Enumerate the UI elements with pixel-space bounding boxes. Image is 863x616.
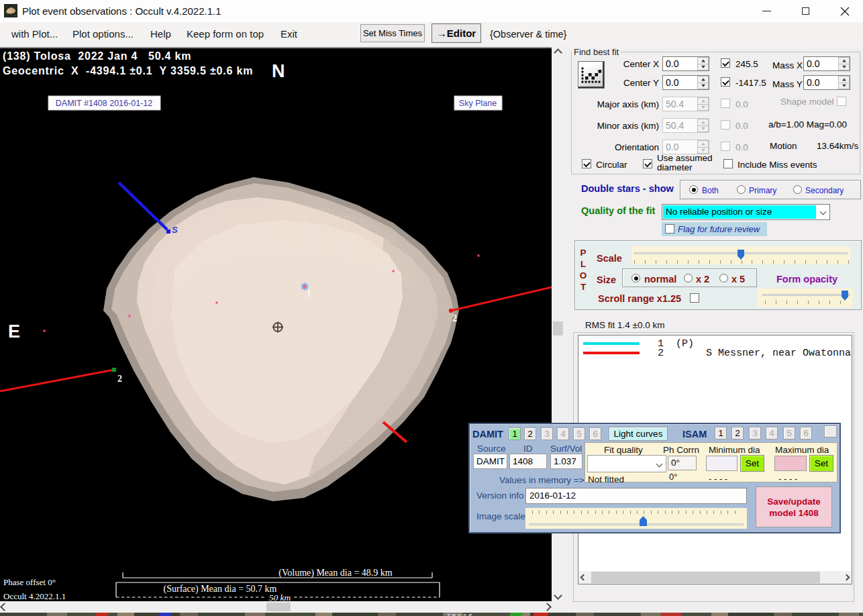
mass-y-down[interactable] [838,83,850,90]
damit-model-1-button[interactable]: 1 [509,427,521,440]
scroll-down-button[interactable] [552,590,564,601]
menu-exit[interactable]: Exit [281,28,297,40]
vscroll-thumb[interactable] [553,321,563,336]
min-dia-box[interactable] [706,456,738,471]
size-normal-radio[interactable] [631,274,640,283]
menu-with-plot[interactable]: with Plot... [11,28,58,40]
set-miss-times-button[interactable]: Set Miss Times [360,24,425,42]
list-horizontal-scrollbar[interactable] [578,571,852,584]
damit-model-4-button[interactable]: 4 [557,427,569,440]
scroll-up-button[interactable] [552,47,564,58]
close-button[interactable] [829,0,860,22]
save-update-button[interactable]: Save/updatemodel 1408 [756,486,832,527]
south-axis-label: S [172,225,178,235]
size-x5-radio[interactable] [719,274,728,283]
close-icon [840,7,850,16]
scale-slider[interactable] [631,246,850,264]
form-opacity-slider[interactable] [757,289,853,307]
chevron-left-icon [580,574,587,581]
maximize-button[interactable] [790,0,821,22]
isam-header: ISAM [682,429,707,440]
mass-y-spinbox[interactable]: 0.0 [803,75,850,90]
isam-model-1-button[interactable]: 1 [715,427,727,440]
id-value-box[interactable]: 1408 [509,454,547,469]
menu-plot-options[interactable]: Plot options... [72,28,134,40]
isam-model-3-button[interactable]: 3 [749,427,761,440]
isam-model-6-button[interactable]: 6 [800,427,812,440]
flag-review-area: Flag for future review [662,222,767,236]
primary-radio[interactable] [737,185,746,194]
mass-y-up[interactable] [838,76,850,83]
minor-axis-checkbox[interactable] [721,120,730,130]
max-dia-set-button[interactable]: Set [809,455,833,472]
scroll-range-checkbox[interactable] [690,293,699,303]
menu-keep-on-top[interactable]: Keep form on top [187,28,264,40]
menu-help[interactable]: Help [150,28,171,40]
minor-axis-spinbox[interactable]: 50.4 [662,118,709,133]
flag-review-checkbox[interactable] [665,224,674,234]
image-scale-slider[interactable] [525,508,747,529]
chord2-row-text: 2 S Messner, near Owatonna, MN [658,348,852,359]
volume-dia-text: (Volume) Mean dia = 48.9 km [278,568,392,578]
image-scale-thumb[interactable] [640,516,647,526]
center-y-down[interactable] [697,83,709,90]
include-miss-checkbox[interactable] [723,159,733,168]
scroll-right-button[interactable] [542,601,552,613]
major-axis-spinbox[interactable]: 50.4 [662,97,709,111]
damit-model-2-button[interactable]: 2 [524,427,536,440]
damit-model-3-button[interactable]: 3 [541,427,553,440]
center-x-up[interactable] [697,57,709,64]
quality-combo[interactable]: No reliable position or size [662,204,830,220]
size-x2-radio[interactable] [684,274,693,283]
both-radio[interactable] [689,185,698,194]
mass-x-spinbox[interactable]: 0.0 [803,56,850,71]
mass-x-down[interactable] [838,64,850,71]
ph-corrn-box[interactable]: 0° [668,456,697,470]
secondary-radio[interactable] [793,185,802,194]
quality-label: Quality of the fit [581,205,655,216]
list-scroll-right-button[interactable] [842,571,852,584]
light-curves-button[interactable]: Light curves [609,427,668,441]
damit-model-6-button[interactable]: 6 [589,427,601,440]
scale-slider-thumb[interactable] [738,250,744,260]
version-info-field[interactable]: 2016-01-12 [525,488,747,504]
damit-header: DAMIT [472,429,503,440]
sky-plane-badge[interactable]: Sky Plane [454,96,502,110]
isam-model-2-button[interactable]: 2 [731,427,744,440]
source-value-box[interactable]: DAMIT [473,454,507,469]
form-opacity-thumb[interactable] [842,291,848,301]
fit-quality-combo[interactable] [587,455,666,472]
circular-checkbox[interactable] [582,159,591,168]
find-best-fit-title: Find best fit [572,47,621,57]
scroll-left-button[interactable] [0,601,8,613]
center-y-spinbox[interactable]: 0.0 [662,75,709,90]
title-bar: Plot event observations : Occult v.4.202… [0,0,863,22]
mass-x-up[interactable] [838,57,850,64]
use-assumed-checkbox[interactable] [643,159,652,168]
max-dia-box[interactable] [774,456,807,471]
min-dia-memory-value: - - - - [709,474,727,484]
fit-y-checkbox[interactable] [721,77,730,87]
damit-badge[interactable]: DAMIT #1408 2016-01-12 [48,96,160,110]
blank-button[interactable] [824,425,837,438]
damit-model-5-button[interactable]: 5 [573,427,585,440]
minor-axis-value: 50.4 [666,120,684,131]
min-dia-set-button[interactable]: Set [740,455,764,472]
major-axis-checkbox[interactable] [721,99,730,108]
orientation-spinbox[interactable]: 0.0 [662,140,709,154]
min-dia-header: Minimum dia [709,445,760,455]
isam-model-4-button[interactable]: 4 [766,427,778,440]
center-y-up[interactable] [697,76,709,83]
fit-x-checkbox[interactable] [721,58,730,68]
center-x-down[interactable] [697,64,709,71]
list-hscroll-thumb[interactable] [591,572,820,583]
orientation-checkbox[interactable] [721,142,730,151]
plot-horizontal-scrollbar[interactable] [0,601,552,613]
list-scroll-left-button[interactable] [578,571,589,584]
isam-model-5-button[interactable]: 5 [783,427,795,440]
shape-model-checkbox[interactable] [837,97,846,106]
minimize-button[interactable] [751,0,782,22]
hscroll-thumb[interactable] [266,603,291,611]
editor-button[interactable]: →Editor [432,23,481,43]
center-x-spinbox[interactable]: 0.0 [662,56,709,71]
